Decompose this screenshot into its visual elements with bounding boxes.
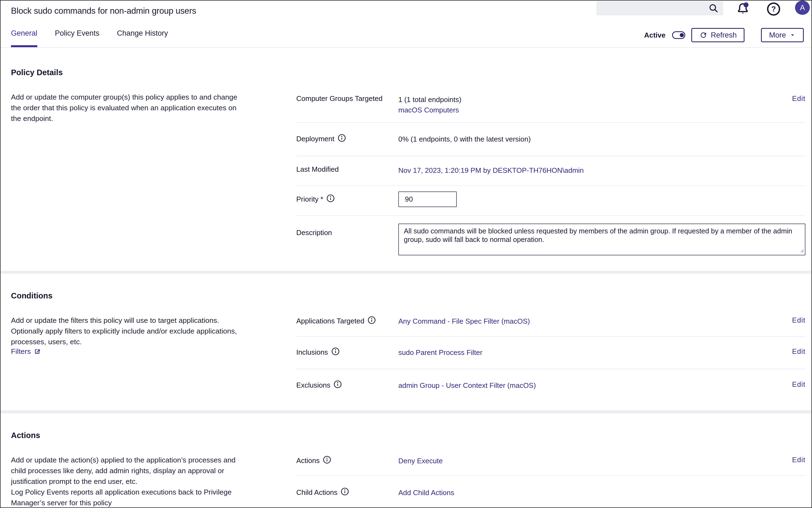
more-label: More	[769, 31, 786, 40]
section-divider	[1, 271, 811, 274]
inclusions-label: Inclusions	[296, 347, 398, 357]
child-actions-label: Child Actions	[296, 488, 398, 498]
actions-value: Deny Execute	[398, 456, 786, 466]
filters-link[interactable]: Filters	[11, 347, 41, 356]
info-icon[interactable]	[327, 194, 335, 204]
actions-fields: Actions Deny Execute Edit Ch	[296, 413, 805, 508]
deployment-label: Deployment	[296, 134, 398, 144]
description-row: Description All sudo commands will be bl…	[296, 216, 805, 255]
policy-details-intro: Policy Details Add or update the compute…	[11, 48, 243, 124]
description-label: Description	[296, 223, 398, 237]
filters-link-label: Filters	[11, 347, 31, 356]
info-icon[interactable]	[334, 380, 342, 390]
bell-icon	[736, 2, 750, 16]
actions-label: Actions	[296, 456, 398, 466]
tab-policy-events[interactable]: Policy Events	[55, 22, 99, 47]
exclusions-link[interactable]: admin Group - User Context Filter (macOS…	[398, 381, 536, 389]
computer-groups-value: 1 (1 total endpoints) macOS Computers	[398, 94, 786, 115]
avatar[interactable]: A	[795, 1, 810, 15]
more-button[interactable]: More	[761, 28, 804, 42]
applications-targeted-link[interactable]: Any Command - File Spec Filter (macOS)	[398, 317, 530, 325]
policy-toolbar: Active Refresh More	[644, 28, 804, 42]
inclusions-row: Inclusions sudo Parent Process Filter Ed…	[296, 337, 805, 369]
actions-heading: Actions	[11, 431, 243, 440]
inclusions-link[interactable]: sudo Parent Process Filter	[398, 348, 482, 356]
computer-groups-row: Computer Groups Targeted 1 (1 total endp…	[296, 88, 805, 123]
top-bar: Block sudo commands for non-admin group …	[1, 1, 811, 22]
deny-execute-link[interactable]: Deny Execute	[398, 457, 443, 465]
actions-row: Actions Deny Execute Edit	[296, 448, 805, 476]
policy-details-fields: Computer Groups Targeted 1 (1 total endp…	[296, 48, 805, 255]
applications-targeted-value: Any Command - File Spec Filter (macOS)	[398, 316, 786, 327]
search-input[interactable]	[596, 1, 723, 15]
add-child-actions-link[interactable]: Add Child Actions	[398, 489, 454, 497]
chevron-down-icon	[789, 32, 796, 38]
inclusions-value: sudo Parent Process Filter	[398, 347, 786, 358]
info-icon[interactable]	[323, 456, 331, 466]
priority-input[interactable]	[398, 192, 457, 207]
page-title: Block sudo commands for non-admin group …	[11, 6, 196, 16]
notifications-button[interactable]	[736, 2, 750, 16]
computer-groups-summary: 1 (1 total endpoints)	[398, 94, 786, 105]
priority-value-cell	[398, 192, 805, 207]
edit-exclusions-link[interactable]: Edit	[792, 380, 805, 389]
edit-applications-link[interactable]: Edit	[792, 316, 805, 325]
info-icon[interactable]	[338, 134, 346, 144]
deployment-row: Deployment 0% (1 endpoints, 0 with the l…	[296, 123, 805, 156]
description-field-wrap: All sudo commands will be blocked unless…	[398, 223, 805, 255]
policy-details-heading: Policy Details	[11, 68, 243, 77]
section-policy-details: Policy Details Add or update the compute…	[1, 48, 811, 255]
computer-group-link[interactable]: macOS Computers	[398, 106, 459, 114]
exclusions-label: Exclusions	[296, 380, 398, 390]
question-mark-icon: ?	[771, 5, 776, 13]
conditions-fields: Applications Targeted Any Command - File…	[296, 274, 805, 402]
actions-intro: Actions Add or update the action(s) appl…	[11, 413, 243, 508]
info-icon[interactable]	[331, 347, 340, 357]
last-modified-row: Last Modified Nov 17, 2023, 1:20:19 PM b…	[296, 156, 805, 186]
help-button[interactable]: ?	[767, 2, 780, 16]
app-window: Block sudo commands for non-admin group …	[0, 0, 812, 508]
exclusions-value: admin Group - User Context Filter (macOS…	[398, 380, 786, 391]
tab-general[interactable]: General	[11, 22, 37, 47]
last-modified-value: Nov 17, 2023, 1:20:19 PM by DESKTOP-TH76…	[398, 165, 805, 176]
last-modified-label: Last Modified	[296, 165, 398, 174]
section-conditions: Conditions Add or update the filters thi…	[1, 274, 811, 402]
refresh-icon	[699, 31, 708, 39]
deployment-value: 0% (1 endpoints, 0 with the latest versi…	[398, 134, 805, 144]
exclusions-row: Exclusions admin Group - User Context Fi…	[296, 369, 805, 402]
applications-targeted-row: Applications Targeted Any Command - File…	[296, 309, 805, 337]
external-link-icon	[34, 348, 41, 355]
avatar-initial: A	[800, 4, 805, 12]
info-icon[interactable]	[341, 488, 349, 498]
section-actions: Actions Add or update the action(s) appl…	[1, 413, 811, 508]
child-actions-row: Child Actions Add Child Actions	[296, 476, 805, 508]
child-actions-value: Add Child Actions	[398, 488, 805, 498]
refresh-label: Refresh	[711, 31, 737, 40]
active-label: Active	[644, 31, 666, 40]
refresh-button[interactable]: Refresh	[691, 28, 745, 42]
last-modified-link[interactable]: Nov 17, 2023, 1:20:19 PM by DESKTOP-TH76…	[398, 166, 584, 174]
edit-actions-link[interactable]: Edit	[792, 456, 805, 464]
conditions-heading: Conditions	[11, 291, 243, 300]
conditions-description: Add or update the filters this policy wi…	[11, 315, 243, 347]
actions-description-1: Add or update the action(s) applied to t…	[11, 455, 243, 487]
description-textarea[interactable]: All sudo commands will be blocked unless…	[398, 223, 805, 255]
applications-targeted-label: Applications Targeted	[296, 316, 398, 326]
priority-label: Priority *	[296, 192, 398, 204]
active-toggle[interactable]	[672, 31, 685, 39]
section-divider	[1, 410, 811, 413]
tabs: General Policy Events Change History	[11, 22, 168, 47]
edit-computer-groups-link[interactable]: Edit	[792, 94, 805, 103]
actions-description-2: Log Policy Events reports all applicatio…	[11, 487, 243, 508]
conditions-intro: Conditions Add or update the filters thi…	[11, 274, 243, 356]
search-icon	[708, 3, 719, 13]
info-icon[interactable]	[368, 316, 376, 326]
toggle-knob	[680, 33, 684, 37]
tab-change-history[interactable]: Change History	[117, 22, 168, 47]
computer-groups-label: Computer Groups Targeted	[296, 94, 398, 103]
edit-inclusions-link[interactable]: Edit	[792, 347, 805, 356]
policy-details-description: Add or update the computer group(s) this…	[11, 92, 243, 124]
priority-row: Priority *	[296, 186, 805, 216]
